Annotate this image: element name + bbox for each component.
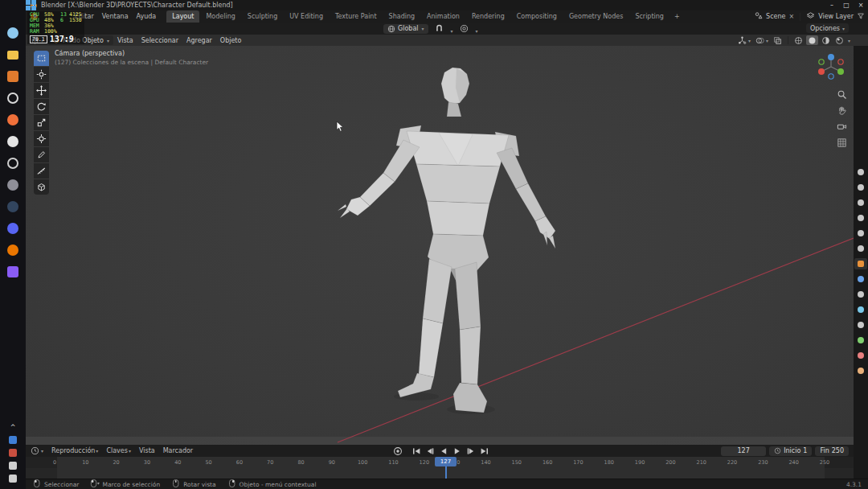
steam-icon[interactable] (5, 199, 21, 214)
blender-icon[interactable] (5, 243, 21, 257)
windows-taskbar: ^ (0, 0, 26, 489)
tray-network-icon[interactable] (9, 462, 17, 470)
medal-icon[interactable] (5, 265, 21, 279)
tray-app-2-icon[interactable] (9, 449, 17, 457)
github-icon[interactable] (5, 178, 21, 192)
search-icon[interactable] (5, 91, 21, 105)
tray-volume-icon[interactable] (9, 475, 17, 483)
app-light-icon[interactable] (5, 134, 21, 149)
discord-icon[interactable] (5, 221, 21, 236)
taskbar-tray: ^ (9, 425, 17, 489)
firefox-icon[interactable] (5, 113, 21, 127)
tray-expander-icon[interactable]: ^ (10, 425, 16, 431)
app-orange-icon[interactable] (5, 69, 21, 84)
start-icon[interactable] (5, 4, 21, 18)
widgets-icon[interactable] (5, 26, 21, 40)
epic-games-icon[interactable] (5, 156, 21, 171)
file-explorer-icon[interactable] (5, 47, 21, 62)
taskbar-pinned-icons (5, 4, 21, 279)
tray-app-1-icon[interactable] (9, 436, 17, 444)
